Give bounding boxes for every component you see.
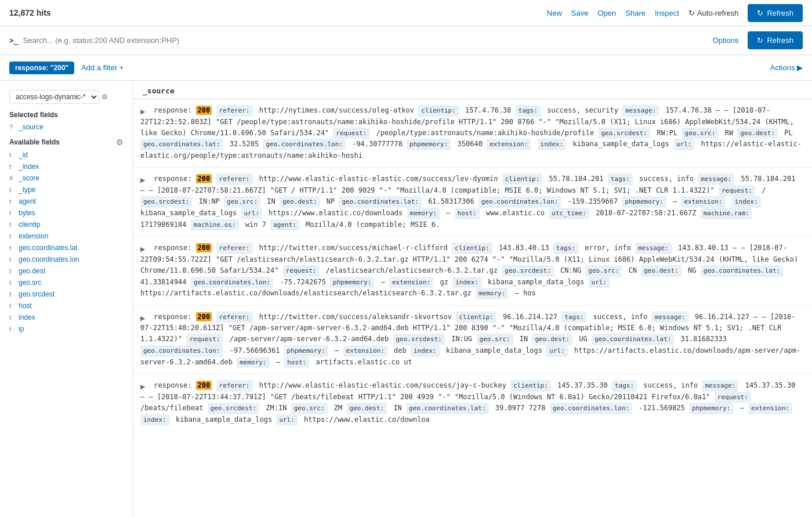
available-field-item[interactable]: t_type [0,184,133,196]
available-field-item[interactable]: tindex [0,312,133,323]
hits-count: 12,872 hits [9,8,51,17]
field-key-tag: request: [283,265,320,277]
field-type-indicator: t [9,163,15,170]
content-area: _source ▶ response: 200 referer: http://… [133,81,812,517]
field-key-tag: message: [702,380,738,392]
field-key-tag: phpmemory: [407,139,451,150]
available-fields-gear-icon[interactable]: ⚙ [116,138,124,147]
save-link[interactable]: Save [571,9,589,17]
field-key-tag: extension: [681,196,725,208]
field-name-label: geo.src [19,279,41,287]
search-input[interactable] [23,36,704,45]
field-key-tag: clientip: [418,105,459,117]
field-key-tag: index: [411,345,440,357]
field-key-tag: geo.coordinates.lat: [140,139,223,150]
field-key-tag: geo.srcdest: [208,403,259,414]
share-link[interactable]: Share [625,9,646,17]
open-link[interactable]: Open [597,9,616,17]
refresh-icon: ↻ [757,9,763,17]
hit-expand-toggle[interactable]: ▶ [140,382,148,390]
field-key-tag: url: [276,414,298,426]
field-type-indicator: t [9,186,15,193]
field-key-tag: geo.dest: [347,403,387,414]
field-key-tag: clientip: [452,243,492,254]
field-key-tag: clientip: [456,312,496,323]
refresh-button[interactable]: ↻ Refresh [748,4,803,22]
available-field-item[interactable]: tip [0,323,133,335]
selected-fields-title: Selected fields [9,111,58,119]
hit-row: ▶ response: 200 referer: http://www.elas… [133,374,812,432]
field-key-tag: geo.src: [477,334,513,345]
field-key-tag: geo.src: [585,265,622,277]
new-link[interactable]: New [547,9,562,17]
field-key-tag: host: [455,208,480,219]
options-button[interactable]: Options [708,34,744,47]
available-field-item[interactable]: tbytes [0,207,133,219]
hit-row: ▶ response: 200 referer: http://www.elas… [133,168,812,237]
field-key-tag: geo.coordinates.lon: [263,139,345,150]
available-field-item[interactable]: t_id [0,149,133,161]
available-field-item[interactable]: tgeo.src [0,277,133,288]
selected-field-item[interactable]: ?_source [0,121,133,133]
field-key-tag: referer: [216,105,253,117]
hit-content: response: 200 referer: http://www.elasti… [140,175,795,228]
search-prompt: >_ [9,36,19,45]
field-type-indicator: t [9,326,15,332]
field-key-tag: geo.srcdest: [393,334,444,345]
auto-refresh-label: ↻ Auto-refresh [688,9,739,17]
hit-expand-toggle[interactable]: ▶ [140,244,148,252]
available-field-item[interactable]: thost [0,300,133,312]
available-field-item[interactable]: #_score [0,172,133,184]
available-field-item[interactable]: tgeo.coordinates.lat [0,242,133,254]
hit-expand-toggle[interactable]: ▶ [140,313,148,321]
index-pattern-select[interactable]: access-logs-dynamic-* [9,90,99,104]
response-highlight: 200 [196,174,212,183]
field-name-label: _index [19,162,39,171]
hit-expand-toggle[interactable]: ▶ [140,175,148,183]
field-key-tag: tags: [608,173,633,185]
available-field-item[interactable]: textension [0,230,133,242]
search-refresh-button[interactable]: ↻ Refresh [748,31,803,49]
hit-row: ▶ response: 200 referer: http://twitter.… [133,237,812,306]
field-key-tag: geo.coordinates.lat: [701,265,783,277]
field-key-tag: request: [719,185,755,197]
available-field-item[interactable]: tgeo.coordinates.lon [0,254,133,265]
actions-link[interactable]: Actions ▶ [770,63,803,72]
selected-fields-header: Selected fields [0,106,133,121]
field-key-tag: clientip: [510,380,551,392]
field-key-tag: geo.srcdest: [598,128,650,139]
hit-expand-toggle[interactable]: ▶ [140,107,148,115]
field-key-tag: geo.coordinates.lat: [406,403,488,414]
field-key-tag: referer: [216,312,253,323]
available-field-item[interactable]: tgeo.srcdest [0,288,133,300]
add-filter-button[interactable]: Add a filter + [81,63,124,72]
hit-content: response: 200 referer: http://www.elasti… [140,381,795,424]
field-name-label: clientip [19,220,40,229]
field-key-tag: clientip: [502,173,543,185]
index-settings-icon[interactable]: ⚙ [102,93,108,101]
search-bar: >_ Options ↻ Refresh [0,26,812,55]
field-name-label: agent [19,197,36,205]
main-layout: access-logs-dynamic-* ⚙ Selected fields … [0,81,812,517]
field-key-tag: geo.src: [224,196,260,208]
available-field-item[interactable]: tgeo.dest [0,265,133,277]
inspect-link[interactable]: Inspect [655,9,679,17]
field-key-tag: geo.coordinates.lon: [191,277,273,288]
response-highlight: 200 [196,106,212,115]
field-key-tag: geo.dest: [737,128,778,139]
field-key-tag: phpmemory: [284,345,328,357]
hits-number: 12,872 hits [9,8,51,17]
response-highlight: 200 [196,381,212,390]
field-key-tag: phpmemory: [622,196,666,208]
available-field-item[interactable]: tclientip [0,219,133,230]
field-name-label: host [19,302,32,310]
search-refresh-icon: ↻ [757,36,763,45]
filter-bar-right: Actions ▶ [770,63,803,72]
active-filter-badge[interactable]: response: "200" [9,62,74,74]
available-field-item[interactable]: t_index [0,161,133,172]
response-highlight: 200 [196,243,212,252]
available-field-item[interactable]: tagent [0,196,133,207]
field-name-label: geo.dest [19,267,45,275]
field-key-tag: index: [452,277,481,288]
field-key-tag: url: [241,208,262,219]
